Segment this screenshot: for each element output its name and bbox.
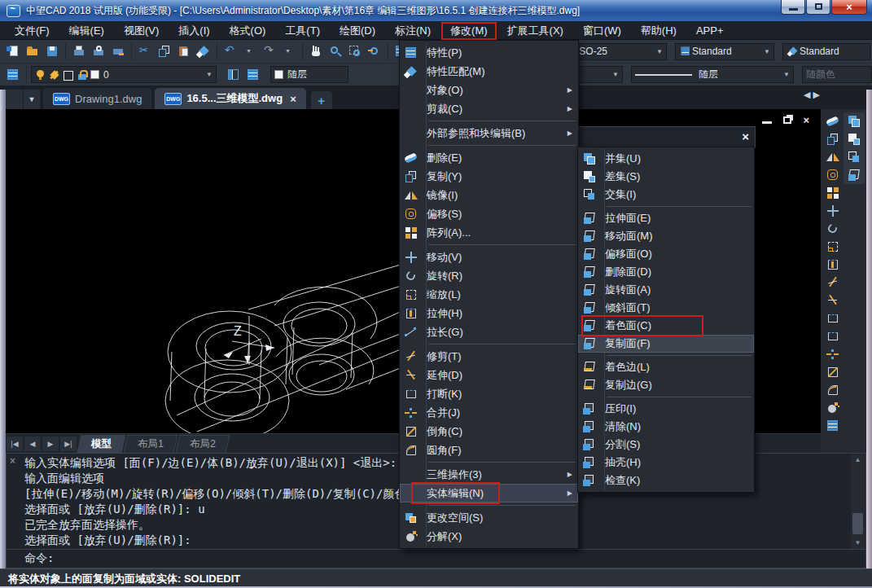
new-tab-button[interactable]: +	[311, 91, 332, 109]
menu-item-修剪T[interactable]: 修剪(T)	[400, 347, 578, 366]
submenu-item-删除面D[interactable]: 删除面(D)	[578, 263, 754, 281]
scrollbar-thumb[interactable]	[852, 513, 863, 534]
dock-explode-button[interactable]	[823, 399, 843, 417]
submenu-item-压印I[interactable]: 压印(I)	[578, 400, 754, 418]
menu-item-特性匹配M[interactable]: 特性匹配(M)	[400, 62, 578, 81]
scroll-tabs-left-icon[interactable]: ◀	[804, 90, 810, 100]
dock-trim-button[interactable]	[823, 274, 843, 292]
layer-combo[interactable]: 0 ▼	[31, 66, 217, 83]
menu-item-拉长G[interactable]: 拉长(G)	[400, 323, 578, 341]
scroll-up-icon[interactable]: ▲	[851, 454, 865, 466]
menubar-item-1[interactable]: 编辑(E)	[60, 23, 113, 39]
toolbar-undo-more-button[interactable]	[240, 42, 260, 61]
dock-chamfer-button[interactable]	[823, 363, 843, 381]
submenu-item-分割S[interactable]: 分割(S)	[578, 436, 754, 454]
toolbar-zoom-realtime-button[interactable]	[326, 42, 345, 61]
toolbar-redo-more-button[interactable]	[279, 42, 299, 61]
submenu-item-复制面F[interactable]: 复制面(F)	[578, 335, 754, 353]
toolbar-zoom-window-button[interactable]	[345, 42, 365, 61]
dock-break-at-point-button[interactable]	[823, 309, 843, 327]
layer-previous-button[interactable]	[224, 65, 243, 85]
linetype-combo[interactable]: 随层 ▼	[631, 66, 794, 83]
layer-states-button[interactable]	[243, 65, 263, 85]
menu-item-阵列A[interactable]: 阵列(A)...	[400, 223, 578, 242]
document-tab-0[interactable]: DWGDrawing1.dwg	[43, 88, 151, 109]
doc-close-icon[interactable]: ×	[803, 114, 809, 126]
dock-join-button[interactable]	[823, 345, 843, 363]
dock-intersect-button[interactable]	[844, 148, 864, 166]
scroll-tabs-right-icon[interactable]: ▶	[813, 90, 820, 100]
left-palette-strip[interactable]	[0, 90, 6, 568]
submenu-item-拉伸面E[interactable]: 拉伸面(E)	[578, 209, 754, 227]
menu-item-延伸D[interactable]: 延伸(D)	[400, 366, 578, 384]
menu-item-三维操作3[interactable]: 三维操作(3)▶	[400, 465, 578, 484]
menu-item-打断K[interactable]: 打断(K)	[400, 384, 578, 403]
submenu-item-着色边L[interactable]: 着色边(L)	[578, 358, 754, 376]
command-input[interactable]: 命令:	[7, 549, 865, 568]
minimize-button[interactable]	[781, 0, 805, 15]
dock-subtract-button[interactable]	[844, 130, 864, 148]
maximize-button[interactable]	[806, 0, 830, 15]
dock-scale-button[interactable]	[823, 238, 843, 256]
scroll-down-icon[interactable]: ▼	[851, 538, 865, 549]
dock-offset-button[interactable]	[823, 166, 843, 184]
close-button[interactable]: ×	[831, 0, 867, 15]
dock-erase-button[interactable]	[823, 112, 843, 130]
doc-minimize-icon[interactable]	[762, 121, 772, 124]
toolbar-paste-button[interactable]	[174, 42, 194, 61]
menubar-item-0[interactable]: 文件(F)	[6, 23, 59, 39]
menu-item-分解X[interactable]: 分解(X)	[400, 527, 578, 546]
toolbar-plot-button[interactable]	[108, 42, 128, 61]
menu-item-删除E[interactable]: 删除(E)	[400, 148, 578, 167]
layout-nav-1[interactable]: ◀	[24, 437, 41, 451]
table-style-combo[interactable]: Standard	[782, 43, 870, 60]
submenu-item-抽壳H[interactable]: 抽壳(H)	[578, 454, 754, 472]
submenu-item-清除N[interactable]: 清除(N)	[578, 418, 754, 436]
menu-item-缩放L[interactable]: 缩放(L)	[400, 285, 578, 304]
panel-close-icon[interactable]: ×	[742, 129, 749, 143]
menubar-item-3[interactable]: 插入(I)	[169, 23, 218, 39]
right-palette-strip[interactable]	[866, 90, 872, 568]
menu-item-对象O[interactable]: 对象(O)▶	[400, 81, 578, 99]
menubar-item-7[interactable]: 标注(N)	[386, 23, 440, 39]
toolbar-redo-button[interactable]	[260, 42, 279, 61]
menu-item-圆角F[interactable]: 圆角(F)	[400, 441, 578, 459]
tab-overflow-button[interactable]	[5, 90, 23, 109]
menu-item-镜像I[interactable]: 镜像(I)	[400, 186, 578, 204]
layout-tab-1[interactable]: 布局1	[124, 435, 178, 453]
menu-item-偏移S[interactable]: 偏移(S)	[400, 204, 578, 223]
toolbar-cut-button[interactable]	[135, 42, 155, 61]
tab-list-dropdown[interactable]: ▼	[24, 90, 40, 109]
submenu-item-旋转面A[interactable]: 旋转面(A)	[578, 281, 754, 299]
dock-move-button[interactable]	[823, 202, 843, 220]
toolbar-zoom-previous-button[interactable]	[365, 42, 384, 61]
layout-tab-2[interactable]: 布局2	[176, 435, 230, 453]
toolbar-new-button[interactable]	[3, 42, 23, 61]
menubar-item-6[interactable]: 绘图(D)	[331, 23, 384, 39]
tab-close-icon[interactable]: ×	[290, 93, 296, 105]
menu-item-外部参照和块编辑B[interactable]: 外部参照和块编辑(B)▶	[400, 124, 578, 143]
command-close-icon[interactable]: ×	[10, 455, 15, 467]
submenu-item-并集U[interactable]: 并集(U)	[578, 150, 754, 168]
submenu-item-复制边G[interactable]: 复制边(G)	[578, 376, 754, 394]
dock-extend-button[interactable]	[823, 292, 843, 309]
layer-properties-button[interactable]	[3, 65, 23, 85]
dock-rotate-button[interactable]	[823, 220, 843, 238]
menubar-item-9[interactable]: 扩展工具(X)	[498, 23, 572, 39]
dock-mirror-button[interactable]	[823, 148, 843, 166]
document-tab-1[interactable]: DWG16.5...三维模型.dwg×	[155, 88, 305, 109]
menu-item-剪裁C[interactable]: 剪裁(C)▶	[400, 99, 578, 118]
toolbar-match-properties-button[interactable]	[194, 42, 213, 61]
doc-restore-icon[interactable]	[783, 116, 791, 124]
dim-style-combo[interactable]: ISO-25 ▼	[572, 43, 667, 60]
layout-nav-0[interactable]: |◀	[7, 437, 23, 451]
dock-stretch-button[interactable]	[823, 256, 843, 274]
color-combo[interactable]: 随层	[270, 66, 348, 83]
menu-item-倒角C[interactable]: 倒角(C)	[400, 422, 578, 441]
dock-extrude-faces-button[interactable]	[844, 166, 864, 184]
dock-break-button[interactable]	[823, 327, 843, 345]
menu-item-移动V[interactable]: 移动(V)	[400, 248, 578, 266]
submenu-item-着色面C[interactable]: 着色面(C)	[578, 317, 754, 335]
submenu-item-交集I[interactable]: 交集(I)	[578, 186, 754, 204]
toolbar-save-button[interactable]	[42, 42, 62, 61]
